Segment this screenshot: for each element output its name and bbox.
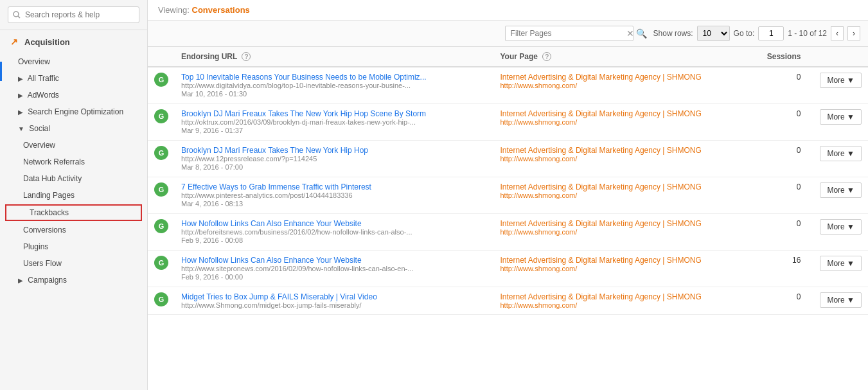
sidebar-item-social[interactable]: ▼ Social xyxy=(0,120,147,137)
more-button[interactable]: More ▼ xyxy=(820,256,862,271)
more-button[interactable]: More ▼ xyxy=(820,146,862,161)
your-page-title[interactable]: Internet Advertising & Digital Marketing… xyxy=(500,292,742,301)
g-icon: G xyxy=(154,219,168,233)
endorsing-url-link: http://www.pinterest-analytics.com/post/… xyxy=(181,191,488,199)
your-page-url[interactable]: http://www.shmong.com/ xyxy=(500,155,742,163)
more-btn-cell: More ▼ xyxy=(813,67,868,104)
sidebar-item-label: Landing Pages xyxy=(23,191,75,200)
row-icon-cell: G xyxy=(148,67,175,104)
table-row: G How Nofollow Links Can Also Enhance Yo… xyxy=(148,251,868,287)
more-btn-cell: More ▼ xyxy=(813,214,868,251)
your-page-cell: Internet Advertising & Digital Marketing… xyxy=(494,251,748,287)
your-page-url[interactable]: http://www.shmong.com/ xyxy=(500,301,742,309)
search-container xyxy=(0,0,147,30)
your-page-title[interactable]: Internet Advertising & Digital Marketing… xyxy=(500,73,742,82)
prev-page-button[interactable]: ‹ xyxy=(831,26,844,40)
endorsing-url-title[interactable]: Brooklyn DJ Mari Freaux Takes The New Yo… xyxy=(181,146,488,155)
g-icon: G xyxy=(154,73,168,87)
more-button[interactable]: More ▼ xyxy=(820,182,862,198)
endorsing-url-title[interactable]: Midget Tries to Box Jump & FAILS Miserab… xyxy=(181,292,488,301)
col-endorsing-url-label: Endorsing URL xyxy=(181,52,237,61)
endorsing-url-cell: Midget Tries to Box Jump & FAILS Miserab… xyxy=(175,287,494,315)
your-page-cell: Internet Advertising & Digital Marketing… xyxy=(494,104,748,141)
social-arrow: ▼ xyxy=(18,125,24,132)
sidebar-item-data-hub[interactable]: Data Hub Activity xyxy=(0,170,147,187)
goto-input[interactable] xyxy=(758,26,784,40)
sidebar-item-conversions[interactable]: Conversions xyxy=(0,222,147,238)
your-page-cell: Internet Advertising & Digital Marketing… xyxy=(494,287,748,315)
your-page-title[interactable]: Internet Advertising & Digital Marketing… xyxy=(500,219,742,228)
endorsing-url-cell: Brooklyn DJ Mari Freaux Takes The New Yo… xyxy=(175,141,494,177)
sidebar-item-overview[interactable]: Overview xyxy=(0,53,147,70)
more-button[interactable]: More ▼ xyxy=(820,109,862,125)
sidebar-item-users-flow[interactable]: Users Flow xyxy=(0,255,147,272)
sidebar-item-label: Overview xyxy=(18,57,50,66)
sidebar-item-trackbacks[interactable]: Trackbacks xyxy=(5,204,142,221)
filter-section: ✕ 🔍 Show rows: 10 25 50 100 Go to: 1 - 1… xyxy=(505,26,860,41)
sessions-cell: 0 xyxy=(748,141,813,177)
viewing-value: Conversations xyxy=(192,5,250,15)
col-sessions: Sessions xyxy=(748,47,813,67)
endorsing-url-link: http://www.digitalvidya.com/blog/top-10-… xyxy=(181,82,488,89)
row-icon-cell: G xyxy=(148,177,175,214)
table-body: G Top 10 Inevitable Reasons Your Busines… xyxy=(148,67,868,315)
col-icon xyxy=(148,47,175,67)
filter-clear-icon[interactable]: ✕ xyxy=(626,28,634,39)
endorsing-url-cell: Brooklyn DJ Mari Freaux Takes The New Yo… xyxy=(175,104,494,141)
endorsing-url-date: Feb 9, 2016 - 00:08 xyxy=(181,236,243,244)
your-page-url[interactable]: http://www.shmong.com/ xyxy=(500,191,742,199)
sidebar-nav: ↗ Acquisition Overview ▶ All Traffic ▶ A… xyxy=(0,30,147,288)
col-your-page-label: Your Page xyxy=(500,52,538,61)
endorsing-url-date: Mar 8, 2016 - 07:00 xyxy=(181,163,243,171)
endorsing-url-title[interactable]: How Nofollow Links Can Also Enhance Your… xyxy=(181,219,488,228)
sidebar-item-campaigns[interactable]: ▶ Campaigns xyxy=(0,272,147,288)
endorsing-url-help-icon[interactable]: ? xyxy=(242,52,251,61)
sidebar-item-all-traffic[interactable]: ▶ All Traffic xyxy=(0,70,147,87)
g-icon: G xyxy=(154,182,168,197)
sidebar-item-seo[interactable]: ▶ Search Engine Optimization xyxy=(0,103,147,120)
campaigns-arrow: ▶ xyxy=(18,277,23,284)
search-input[interactable] xyxy=(8,6,139,23)
your-page-url[interactable]: http://www.shmong.com/ xyxy=(500,82,742,89)
g-icon: G xyxy=(154,109,168,123)
show-rows-label: Show rows: xyxy=(653,29,693,38)
more-button[interactable]: More ▼ xyxy=(820,292,862,308)
endorsing-url-title[interactable]: Brooklyn DJ Mari Freaux Takes The New Yo… xyxy=(181,109,488,118)
your-page-title[interactable]: Internet Advertising & Digital Marketing… xyxy=(500,256,742,265)
sidebar-item-network-referrals[interactable]: Network Referrals xyxy=(0,154,147,170)
endorsing-url-cell: 7 Effective Ways to Grab Immense Traffic… xyxy=(175,177,494,214)
filter-search-button[interactable]: 🔍 xyxy=(633,27,650,40)
sidebar-item-plugins[interactable]: Plugins xyxy=(0,238,147,255)
your-page-url[interactable]: http://www.shmong.com/ xyxy=(500,265,742,272)
show-rows-select[interactable]: 10 25 50 100 xyxy=(697,26,730,41)
table-row: G Midget Tries to Box Jump & FAILS Miser… xyxy=(148,287,868,315)
sidebar-item-label: Data Hub Activity xyxy=(23,174,82,183)
more-button[interactable]: More ▼ xyxy=(820,219,862,235)
your-page-url[interactable]: http://www.shmong.com/ xyxy=(500,228,742,236)
table-row: G Top 10 Inevitable Reasons Your Busines… xyxy=(148,67,868,104)
sidebar-item-adwords[interactable]: ▶ AdWords xyxy=(0,87,147,103)
filter-pages-input[interactable] xyxy=(505,26,633,41)
endorsing-url-link: http://beforeitsnews.com/business/2016/0… xyxy=(181,228,488,236)
g-icon: G xyxy=(154,256,168,270)
your-page-title[interactable]: Internet Advertising & Digital Marketing… xyxy=(500,182,742,191)
more-btn-cell: More ▼ xyxy=(813,287,868,315)
endorsing-url-date: Mar 9, 2016 - 01:37 xyxy=(181,127,243,134)
endorsing-url-cell: Top 10 Inevitable Reasons Your Business … xyxy=(175,67,494,104)
sidebar-item-landing-pages[interactable]: Landing Pages xyxy=(0,187,147,204)
more-button[interactable]: More ▼ xyxy=(820,73,862,88)
endorsing-url-title[interactable]: 7 Effective Ways to Grab Immense Traffic… xyxy=(181,182,488,191)
your-page-url[interactable]: http://www.shmong.com/ xyxy=(500,118,742,126)
acquisition-label: Acquisition xyxy=(24,37,70,47)
endorsing-url-link: http://www.sitepronews.com/2016/02/09/ho… xyxy=(181,265,488,272)
sidebar-item-acquisition[interactable]: ↗ Acquisition xyxy=(0,30,147,53)
sessions-cell: 0 xyxy=(748,177,813,214)
next-page-button[interactable]: › xyxy=(847,26,860,40)
your-page-help-icon[interactable]: ? xyxy=(542,52,551,61)
endorsing-url-title[interactable]: Top 10 Inevitable Reasons Your Business … xyxy=(181,73,488,82)
table-row: G Brooklyn DJ Mari Freaux Takes The New … xyxy=(148,104,868,141)
endorsing-url-title[interactable]: How Nofollow Links Can Also Enhance Your… xyxy=(181,256,488,265)
sidebar-item-social-overview[interactable]: Overview xyxy=(0,137,147,154)
your-page-title[interactable]: Internet Advertising & Digital Marketing… xyxy=(500,146,742,155)
your-page-title[interactable]: Internet Advertising & Digital Marketing… xyxy=(500,109,742,118)
